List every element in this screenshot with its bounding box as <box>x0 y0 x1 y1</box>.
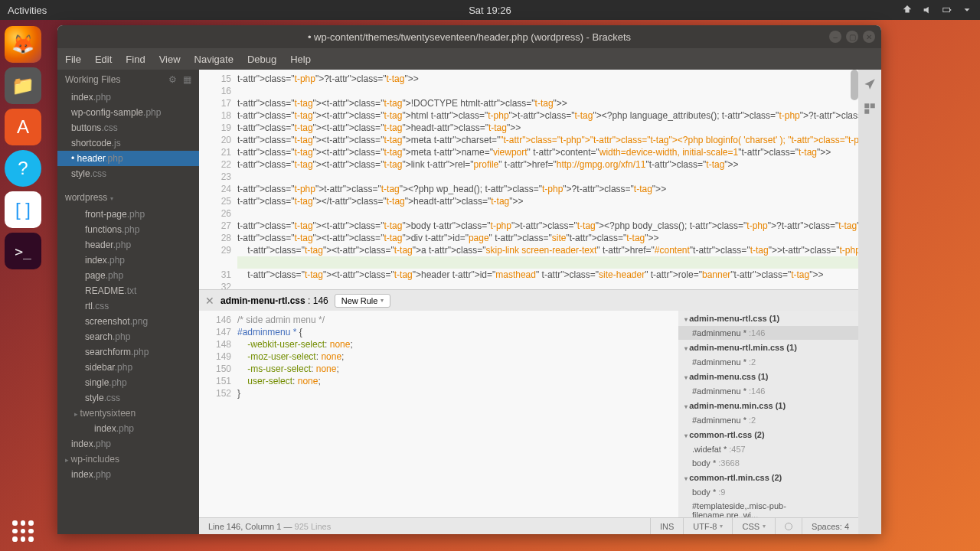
firefox-icon[interactable]: 🦊 <box>5 26 41 63</box>
language-select[interactable]: CSS ▾ <box>732 518 775 535</box>
menu-navigate[interactable]: Navigate <box>194 54 234 65</box>
files-icon[interactable]: 📁 <box>5 67 41 104</box>
tree-file[interactable]: search.php <box>57 329 199 344</box>
svg-rect-3 <box>871 103 875 108</box>
tree-file[interactable]: sidebar.php <box>57 360 199 375</box>
split-view-icon[interactable]: ▦ <box>183 74 191 85</box>
svg-rect-4 <box>864 109 869 114</box>
menu-view[interactable]: View <box>159 54 181 65</box>
tree-file[interactable]: index.php <box>57 436 199 452</box>
menu-debug[interactable]: Debug <box>247 54 276 65</box>
working-file[interactable]: shortcode.js <box>57 135 199 151</box>
clock[interactable]: Sat 19:26 <box>469 5 511 16</box>
close-inline-button[interactable]: ✕ <box>205 295 214 307</box>
sidebar: Working Files ⚙▦ index.phpwp-config-samp… <box>57 70 199 534</box>
working-file[interactable]: • header.php <box>57 151 199 166</box>
svg-rect-2 <box>864 103 869 108</box>
software-icon[interactable]: A <box>5 109 41 145</box>
encoding-select[interactable]: UTF-8 ▾ <box>683 518 732 535</box>
project-dropdown[interactable]: wordpress ▾ <box>57 186 199 207</box>
editor-area: 151617181920212223242526272829 3132 t-at… <box>199 70 858 534</box>
result-file[interactable]: common-rtl.min.css (2) <box>678 470 858 485</box>
svg-rect-1 <box>950 9 952 11</box>
tree-folder[interactable]: wp-includes <box>57 452 199 467</box>
help-icon[interactable]: ? <box>5 150 41 187</box>
spaces-select[interactable]: Spaces: 4 <box>802 518 858 535</box>
working-file[interactable]: buttons.css <box>57 120 199 135</box>
menubar: FileEditFindViewNavigateDebugHelp <box>57 48 881 70</box>
right-toolbar <box>858 70 881 534</box>
result-file[interactable]: admin-menu.css (1) <box>678 369 858 384</box>
tree-folder[interactable]: twentysixteen <box>57 406 199 421</box>
result-selector[interactable]: #adminmenu * :2 <box>678 355 858 369</box>
brackets-window: • wp-content/themes/twentyseventeen/head… <box>57 25 881 534</box>
tree-file[interactable]: searchform.php <box>57 344 199 360</box>
gear-icon[interactable]: ⚙ <box>168 74 177 85</box>
tree-file[interactable]: screenshot.png <box>57 314 199 329</box>
tree-file[interactable]: functions.php <box>57 222 199 237</box>
css-results-list: admin-menu-rtl.css (1)#adminmenu * :146a… <box>678 311 858 517</box>
result-selector[interactable]: body * :9 <box>678 485 858 499</box>
chevron-down-icon[interactable] <box>962 5 972 15</box>
cursor-position[interactable]: Line 146, Column 1 <box>208 522 281 531</box>
inline-editor-header: ✕ admin-menu-rtl.css : 146 New Rule ▾ <box>199 289 858 311</box>
working-file[interactable]: style.css <box>57 166 199 181</box>
tree-file[interactable]: page.php <box>57 268 199 283</box>
tree-file[interactable]: single.php <box>57 375 199 390</box>
result-selector[interactable]: #adminmenu * :2 <box>678 413 858 427</box>
tree-file[interactable]: header.php <box>57 237 199 253</box>
insert-mode[interactable]: INS <box>650 518 683 535</box>
activities-button[interactable]: Activities <box>8 5 47 16</box>
menu-edit[interactable]: Edit <box>95 54 112 65</box>
menu-find[interactable]: Find <box>126 54 145 65</box>
result-selector[interactable]: #adminmenu * :146 <box>678 384 858 398</box>
result-file[interactable]: common-rtl.css (2) <box>678 427 858 442</box>
new-rule-button[interactable]: New Rule ▾ <box>335 294 391 308</box>
menu-help[interactable]: Help <box>290 54 311 65</box>
tree-file[interactable]: index.php <box>57 421 199 436</box>
working-file[interactable]: wp-config-sample.php <box>57 105 199 120</box>
dock: 🦊 📁 A ? [ ] >_ <box>0 20 46 551</box>
maximize-button[interactable]: ▢ <box>846 31 858 43</box>
menu-file[interactable]: File <box>65 54 81 65</box>
tree-file[interactable]: style.css <box>57 390 199 406</box>
brackets-icon[interactable]: [ ] <box>5 191 41 228</box>
scrollbar[interactable] <box>851 70 858 100</box>
volume-icon[interactable] <box>922 5 933 15</box>
gnome-topbar: Activities Sat 19:26 <box>0 0 980 20</box>
terminal-icon[interactable]: >_ <box>5 233 41 269</box>
main-editor[interactable]: 151617181920212223242526272829 3132 t-at… <box>199 70 858 289</box>
working-files-header[interactable]: Working Files ⚙▦ <box>57 70 199 90</box>
inline-css-editor[interactable]: 146147148149150151152 /* side admin menu… <box>199 311 678 517</box>
window-titlebar: • wp-content/themes/twentyseventeen/head… <box>57 25 881 48</box>
result-file[interactable]: admin-menu.min.css (1) <box>678 398 858 413</box>
tree-file[interactable]: index.php <box>57 467 199 482</box>
live-preview-icon[interactable] <box>863 77 877 91</box>
show-apps-icon[interactable] <box>12 520 34 542</box>
inline-file-label: admin-menu-rtl.css : 146 <box>220 295 328 306</box>
result-selector[interactable]: #templateside,.misc-pub-filename,pre,.wi… <box>678 499 858 517</box>
lint-status[interactable] <box>775 518 802 535</box>
result-selector[interactable]: .widefat * :457 <box>678 442 858 456</box>
tree-file[interactable]: index.php <box>57 253 199 268</box>
svg-rect-0 <box>943 8 950 11</box>
result-selector[interactable]: #adminmenu * :146 <box>678 326 858 340</box>
tree-file[interactable]: rtl.css <box>57 298 199 314</box>
tree-file[interactable]: front-page.php <box>57 207 199 222</box>
network-icon[interactable] <box>902 5 913 15</box>
result-file[interactable]: admin-menu-rtl.css (1) <box>678 311 858 326</box>
window-title: • wp-content/themes/twentyseventeen/head… <box>308 31 631 43</box>
close-button[interactable]: ✕ <box>863 31 875 43</box>
tree-file[interactable]: README.txt <box>57 283 199 298</box>
minimize-button[interactable]: – <box>829 31 841 43</box>
battery-icon[interactable] <box>942 5 952 15</box>
result-selector[interactable]: body * :3668 <box>678 456 858 470</box>
extensions-icon[interactable] <box>863 102 877 116</box>
result-file[interactable]: admin-menu-rtl.min.css (1) <box>678 340 858 355</box>
working-file[interactable]: index.php <box>57 90 199 105</box>
statusbar: Line 146, Column 1 — 925 Lines INS UTF-8… <box>199 517 858 534</box>
